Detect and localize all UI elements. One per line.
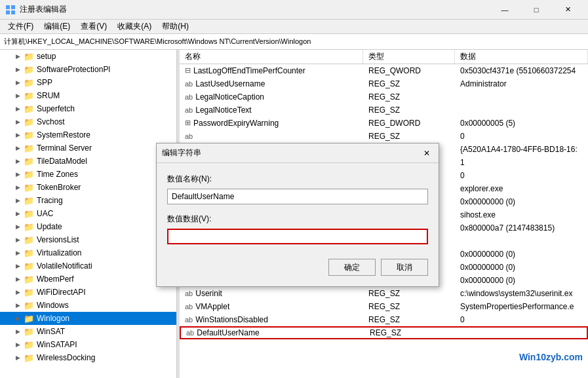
dialog-body: 数值名称(N): 数值数据(V): 确定 取消 (157, 163, 439, 286)
dialog-title: 编辑字符串 (162, 147, 201, 159)
dialog-overlay: 编辑字符串 ✕ 数值名称(N): 数值数据(V): 确定 取消 (0, 0, 588, 378)
name-label: 数值名称(N): (167, 174, 428, 185)
data-input[interactable] (167, 229, 428, 244)
dialog-buttons: 确定 取消 (167, 259, 428, 276)
edit-string-dialog: 编辑字符串 ✕ 数值名称(N): 数值数据(V): 确定 取消 (156, 143, 439, 287)
confirm-button[interactable]: 确定 (328, 259, 376, 276)
cancel-button[interactable]: 取消 (381, 259, 428, 276)
dialog-title-bar: 编辑字符串 ✕ (157, 143, 439, 163)
data-label: 数值数据(V): (167, 214, 428, 225)
watermark: Win10zyb.com (519, 352, 583, 362)
dialog-close-button[interactable]: ✕ (420, 147, 433, 160)
name-input[interactable] (167, 189, 428, 204)
